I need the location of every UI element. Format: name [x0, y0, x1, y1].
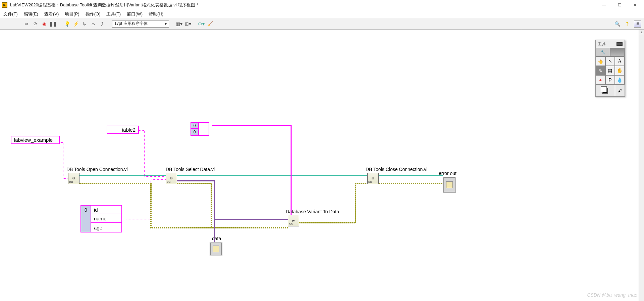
menu-edit[interactable]: 编辑(E) — [24, 11, 38, 17]
retain-wire-button[interactable]: ⚡ — [72, 20, 79, 27]
tools-palette-titlebar[interactable]: 工具 — [596, 40, 625, 48]
reorder-button[interactable]: ⚙▾ — [198, 20, 205, 27]
tool-color-copy-icon[interactable]: 💧 — [615, 75, 625, 85]
watermark: CSDN @ba_wang_mao — [587, 292, 637, 298]
vi-node-open-connection[interactable]: ⛁ — [68, 173, 79, 184]
font-label: 17pt 应用程序字体 — [114, 21, 148, 27]
highlight-exec-button[interactable]: 💡 — [64, 20, 70, 27]
label-variant-to-data: Database Variant To Data — [286, 209, 339, 214]
menubar: 文件(F) 编辑(E) 查看(V) 项目(P) 操作(O) 工具(T) 窗口(W… — [0, 10, 644, 18]
indicator-error-out[interactable] — [443, 177, 456, 193]
tool-menu-icon[interactable]: ▤ — [605, 66, 615, 75]
run-button[interactable]: ⇨ — [23, 20, 30, 27]
app-icon — [2, 2, 7, 8]
vi-node-select-data[interactable]: ⛁ — [166, 173, 177, 184]
step-over-button[interactable]: ⤼ — [90, 20, 97, 27]
array-index-0[interactable]: 0 — [191, 123, 198, 129]
array-constant-columns[interactable]: 0 id name age — [80, 205, 122, 232]
menu-tools[interactable]: 工具(T) — [106, 11, 121, 17]
indicator-data[interactable] — [210, 242, 222, 256]
tool-brush-icon[interactable]: 🖌 — [615, 85, 625, 96]
tool-color-swatch[interactable] — [596, 85, 615, 96]
tool-arrow-icon[interactable]: ↖ — [605, 56, 615, 66]
label-select-data: DB Tools Select Data.vi — [166, 167, 215, 172]
menu-project[interactable]: 项目(P) — [65, 11, 79, 17]
string-value: table2 — [122, 127, 136, 133]
tools-palette[interactable]: 工具 🔧 👆 ↖ A ✎ ▤ ✋ ● P 💧 🖌 — [595, 40, 625, 97]
tool-wire-icon[interactable]: ✎ — [596, 66, 605, 75]
maximize-button[interactable]: ☐ — [612, 0, 627, 10]
vi-node-variant-to-data[interactable]: ⇄ — [288, 215, 299, 226]
label-data: data — [212, 236, 221, 241]
column-item-1[interactable]: name — [91, 214, 121, 223]
label-close-conn: DB Tools Close Connection.vi — [366, 167, 427, 172]
menu-window[interactable]: 窗口(W) — [127, 11, 143, 17]
tool-operate-icon[interactable]: 👆 — [596, 56, 605, 66]
vi-node-close-connection[interactable]: ⛁ — [367, 173, 379, 184]
string-constant-dsn[interactable]: labview_example — [11, 136, 60, 144]
chevron-down-icon: ▾ — [165, 22, 167, 26]
block-diagram-canvas[interactable]: labview_example table2 0 0 0 id name age… — [0, 30, 521, 301]
tool-scroll-icon[interactable]: ✋ — [615, 66, 625, 75]
cleanup-button[interactable]: 🧹 — [207, 20, 213, 27]
wires — [0, 30, 521, 301]
distribute-button[interactable]: ⊞▾ — [184, 20, 191, 27]
minimize-button[interactable]: — — [596, 0, 612, 10]
menu-operate[interactable]: 操作(O) — [86, 11, 101, 17]
tools-title-text: 工具 — [598, 41, 606, 47]
menu-help[interactable]: 帮助(H) — [149, 11, 163, 17]
tool-auto-icon[interactable] — [610, 48, 625, 56]
tool-probe-icon[interactable]: P — [605, 75, 615, 85]
pause-button[interactable]: ❚❚ — [50, 20, 56, 27]
array-index[interactable]: 0 — [81, 206, 91, 214]
toolbar: ⇨ ⟳ ◉ ❚❚ 💡 ⚡ ↳ ⤼ ⤴ 17pt 应用程序字体 ▾ ▦▾ ⊞▾ ⚙… — [0, 18, 644, 30]
label-open-conn: DB Tools Open Connection.vi — [66, 167, 128, 172]
array-constant-2d[interactable]: 0 0 — [191, 122, 209, 136]
step-out-button[interactable]: ⤴ — [99, 20, 105, 27]
close-button[interactable]: ✕ — [627, 0, 643, 10]
run-continuously-button[interactable]: ⟳ — [32, 20, 39, 27]
abort-button[interactable]: ◉ — [41, 20, 48, 27]
search-icon[interactable]: 🔍 — [614, 20, 621, 27]
align-button[interactable]: ▦▾ — [176, 20, 182, 27]
array-index-1[interactable]: 0 — [191, 129, 198, 135]
string-value: labview_example — [14, 137, 53, 143]
column-item-0[interactable]: id — [91, 206, 121, 214]
tools-led-icon — [616, 42, 623, 46]
help-icon[interactable]: ? — [624, 20, 631, 27]
vi-icon[interactable]: ⊞ — [634, 20, 641, 28]
font-selector[interactable]: 17pt 应用程序字体 ▾ — [112, 20, 169, 28]
menu-file[interactable]: 文件(F) — [3, 11, 18, 17]
label-error-out: error out — [439, 171, 457, 176]
string-constant-table[interactable]: table2 — [107, 126, 139, 134]
tool-breakpoint-icon[interactable]: ● — [596, 75, 605, 85]
window-title: LabVIEW2020编程基础：Database Toolkit 查询数据库然后… — [10, 2, 596, 8]
menu-view[interactable]: 查看(V) — [44, 11, 59, 17]
column-item-2[interactable]: age — [91, 223, 121, 232]
tool-wrench-icon[interactable]: 🔧 — [596, 48, 610, 56]
vertical-scrollbar[interactable]: ▴ — [639, 30, 644, 301]
window-titlebar: LabVIEW2020编程基础：Database Toolkit 查询数据库然后… — [0, 0, 644, 10]
step-into-button[interactable]: ↳ — [81, 20, 88, 27]
tool-text-icon[interactable]: A — [615, 56, 625, 66]
